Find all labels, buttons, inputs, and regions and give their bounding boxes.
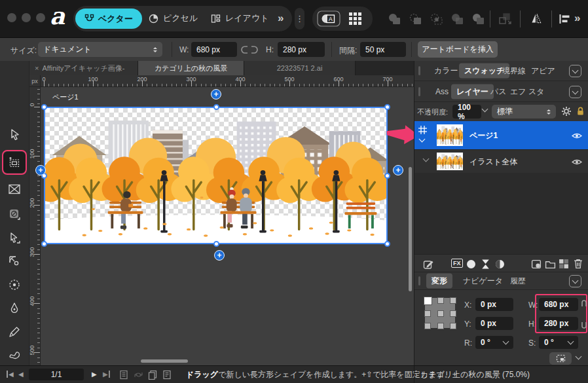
point-transform-tool[interactable] [3, 274, 26, 295]
anchor-handle[interactable] [437, 310, 444, 317]
persona-pixel[interactable]: ピクセル [149, 12, 198, 24]
blend-mode-select[interactable]: 標準 [492, 105, 556, 119]
layer-name[interactable]: ページ1 [469, 130, 498, 141]
new-image-icon[interactable] [531, 259, 542, 270]
tab-styles[interactable]: スタ [528, 86, 545, 97]
page-indicator[interactable]: 1/1 [29, 369, 84, 380]
anchor-handle[interactable] [424, 323, 431, 329]
visibility-eye-icon[interactable] [572, 158, 582, 166]
anchor-handle[interactable] [437, 297, 444, 304]
boolean-add-icon[interactable] [388, 13, 403, 26]
persona-vector[interactable]: ベクター [75, 9, 142, 29]
new-group-folder-icon[interactable] [545, 259, 556, 269]
window-minimize-button[interactable] [22, 13, 31, 22]
gear-icon[interactable] [561, 106, 572, 117]
anchor-point-selector[interactable] [425, 298, 455, 328]
pen-tool[interactable] [3, 298, 26, 319]
tab-layers[interactable]: レイヤー [451, 84, 494, 99]
add-artboard-left-button[interactable]: + [35, 165, 46, 175]
prev-page-icon[interactable]: ◀ [18, 371, 24, 378]
adjustment-icon[interactable] [480, 259, 491, 270]
anchor-handle-active[interactable] [424, 297, 432, 305]
artboard-name-label[interactable]: ページ1 [52, 92, 79, 102]
grid-button[interactable] [347, 10, 363, 27]
height-input[interactable]: 280 px [278, 42, 325, 57]
panel-collapse-button[interactable] [569, 86, 581, 98]
horizontal-scrollbar[interactable] [141, 359, 188, 363]
tab-close-icon[interactable]: × [35, 64, 39, 72]
transform-mode-dropdown[interactable] [576, 356, 581, 359]
tab-navigator[interactable]: ナビゲータ [463, 276, 503, 287]
anchor-handle[interactable] [450, 323, 456, 329]
tab-assets[interactable]: Ass [435, 87, 449, 96]
shear-input[interactable]: 0 ° [539, 336, 578, 349]
pencil-tool[interactable] [3, 321, 26, 342]
persona-layout[interactable]: レイアウト [211, 12, 269, 24]
anchor-handle[interactable] [437, 323, 444, 329]
layer-row-page1-selected[interactable]: ページ1 [414, 121, 588, 149]
opacity-dropdown[interactable] [483, 109, 487, 111]
tab-color[interactable]: カラー [434, 65, 458, 77]
doc-tab-2-active[interactable]: カテゴリ上の秋の風景 [138, 61, 244, 75]
vector-crop-tool[interactable] [3, 204, 26, 225]
window-zoom-button[interactable] [36, 13, 45, 22]
add-artboard-top-button[interactable]: + [211, 89, 221, 100]
align-icon[interactable] [558, 12, 572, 26]
layer-order-icon[interactable] [498, 12, 513, 26]
edit-blend-icon[interactable] [423, 259, 434, 270]
panel-collapse-button[interactable] [569, 275, 581, 287]
trash-icon[interactable] [573, 258, 583, 269]
tab-effects[interactable]: エフ [510, 86, 526, 97]
vertical-ruler[interactable]: 0 100 200 300 400 500 [29, 87, 41, 365]
spacing-input[interactable]: 50 px [360, 42, 406, 57]
transform-mode-button[interactable] [549, 352, 572, 365]
boolean-xor-icon[interactable] [450, 13, 466, 26]
boolean-divide-icon[interactable] [471, 13, 487, 26]
tab-stroke[interactable]: 境界線 [502, 65, 526, 77]
artboard[interactable] [44, 107, 388, 244]
pages-icon[interactable] [119, 370, 128, 380]
vertical-scrollbar[interactable] [409, 167, 412, 291]
selection-handle-se[interactable] [384, 241, 390, 247]
rotation-input[interactable]: 0 ° [475, 336, 513, 349]
width-input[interactable]: 680 px [191, 42, 237, 57]
add-artboard-right-button[interactable]: + [393, 165, 403, 175]
persona-overflow-chevron-icon[interactable]: » [278, 12, 284, 25]
move-tool[interactable] [3, 124, 26, 145]
size-select[interactable]: ドキュメント [38, 42, 162, 57]
anchor-handle[interactable] [450, 310, 456, 317]
tab-paths[interactable]: パス [490, 86, 507, 97]
mask-icon[interactable] [466, 259, 477, 270]
contrast-icon[interactable] [494, 259, 505, 270]
y-input[interactable]: 0 px [475, 317, 513, 330]
selection-handle-n[interactable] [213, 104, 219, 110]
window-close-button[interactable] [7, 13, 16, 22]
opacity-input[interactable]: 100 % [452, 105, 481, 119]
toolbar-menu-dots-icon[interactable]: ⋮ [295, 8, 304, 29]
frame-tool[interactable] [3, 179, 26, 200]
fx-button[interactable]: FX [451, 259, 463, 268]
tab-transform[interactable]: 変形 [426, 274, 452, 289]
selection-handle-e[interactable] [384, 173, 390, 179]
selection-handle-s[interactable] [213, 241, 219, 247]
insert-artboard-button[interactable]: アートボードを挿入 [418, 41, 498, 58]
x-input[interactable]: 0 px [475, 298, 513, 311]
node-tool[interactable] [3, 228, 26, 249]
horizontal-ruler[interactable]: 0 100 200 300 400 500 600 700 [41, 75, 414, 87]
first-page-icon[interactable]: ◀ [7, 371, 14, 378]
selection-handle-nw[interactable] [41, 104, 47, 110]
toolbar-overflow-chevron-icon[interactable]: » [574, 12, 580, 25]
layer-row-illustration[interactable]: イラスト全体 [414, 149, 588, 173]
doc-tab-3[interactable]: 22323571 2.ai [244, 61, 356, 75]
tab-appearance[interactable]: アピア [531, 65, 555, 77]
anchor-handle[interactable] [450, 297, 456, 304]
anchor-handle[interactable] [424, 310, 431, 317]
boolean-intersect-icon[interactable] [430, 13, 445, 26]
lock-icon[interactable] [576, 106, 585, 116]
selection-handle-sw[interactable] [41, 241, 47, 247]
link-wh-icon[interactable] [581, 300, 587, 329]
checkerboard-icon[interactable] [559, 259, 569, 269]
tab-history[interactable]: 履歴 [510, 276, 526, 287]
panel-grip[interactable] [418, 87, 420, 96]
corner-tool[interactable] [3, 251, 26, 272]
